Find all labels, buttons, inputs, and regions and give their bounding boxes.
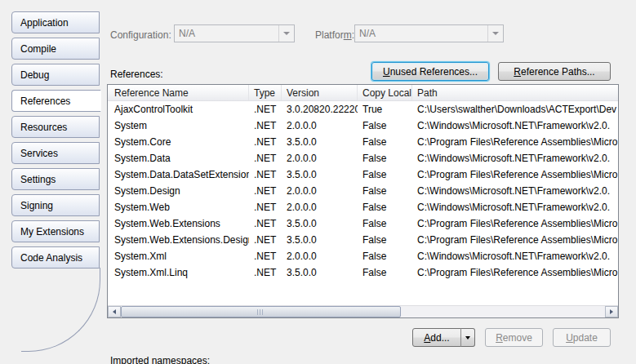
platform-value: N/A	[355, 28, 487, 39]
table-row[interactable]: System.Xml.Linq.NET3.5.0.0FalseC:\Progra…	[108, 264, 618, 281]
table-cell: 2.0.0.0	[282, 248, 358, 264]
table-row[interactable]: System.NET2.0.0.0FalseC:\Windows\Microso…	[108, 118, 618, 134]
table-cell: 3.5.0.0	[282, 215, 358, 232]
table-cell: 2.0.0.0	[282, 199, 358, 215]
table-cell: True	[358, 101, 412, 118]
table-cell: .NET	[249, 101, 282, 118]
table-cell: System.Xml	[108, 248, 249, 264]
table-cell: .NET	[249, 150, 282, 166]
sidebar-tab-label: Resources	[20, 122, 67, 133]
sidebar-tab-label: References	[20, 95, 70, 107]
scroll-right-button[interactable]	[605, 306, 618, 317]
table-cell: 3.5.0.0	[282, 232, 358, 248]
table-cell: System.Design	[108, 183, 249, 199]
sidebar-tab-my-extensions[interactable]: My Extensions	[11, 220, 100, 242]
table-body: AjaxControlToolkit.NET3.0.20820.22220Tru…	[108, 101, 618, 281]
table-cell: C:\Windows\Microsoft.NET\Framework\v2.0.	[412, 199, 618, 215]
table-cell: False	[358, 150, 412, 166]
table-cell: .NET	[249, 215, 282, 232]
table-cell: False	[358, 183, 412, 199]
table-cell: AjaxControlToolkit	[108, 101, 249, 118]
imported-namespaces-label: Imported namespaces:	[110, 355, 210, 364]
chevron-down-icon	[465, 336, 470, 340]
table-row[interactable]: System.Web.NET2.0.0.0FalseC:\Windows\Mic…	[108, 199, 618, 215]
table-cell: System	[108, 118, 249, 134]
add-reference-dropdown-button[interactable]	[460, 328, 475, 347]
table-cell: System.Web	[108, 199, 249, 215]
sidebar-tab-label: Debug	[20, 69, 49, 81]
column-header[interactable]: Version	[282, 85, 358, 100]
table-cell: System.Core	[108, 134, 249, 150]
add-reference-button[interactable]: Add...	[412, 328, 461, 347]
table-cell: System.Xml.Linq	[108, 264, 249, 281]
table-cell: System.Data	[108, 150, 249, 166]
sidebar-tab-code-analysis[interactable]: Code Analysis	[11, 246, 100, 269]
table-cell: C:\Program Files\Reference Assemblies\Mi…	[412, 232, 618, 248]
sidebar-tab-resources[interactable]: Resources	[11, 116, 100, 138]
table-cell: False	[358, 199, 412, 215]
references-table: Reference NameTypeVersionCopy LocalPath …	[107, 84, 619, 318]
sidebar-tab-compile[interactable]: Compile	[11, 38, 100, 60]
table-cell: 3.0.20820.22220	[282, 101, 358, 118]
table-row[interactable]: System.Core.NET3.5.0.0FalseC:\Program Fi…	[108, 134, 618, 150]
table-cell: .NET	[249, 183, 282, 199]
table-cell: C:\Program Files\Reference Assemblies\Mi…	[412, 264, 618, 281]
sidebar-tab-label: Application	[20, 17, 69, 29]
reference-paths-button[interactable]: Reference Paths...	[498, 62, 611, 81]
table-row[interactable]: System.Web.Extensions.NET3.5.0.0FalseC:\…	[108, 215, 618, 232]
sidebar-tab-services[interactable]: Services	[11, 142, 100, 164]
table-cell: .NET	[249, 134, 282, 150]
table-cell: 2.0.0.0	[282, 118, 358, 134]
references-label: References:	[110, 69, 163, 80]
chevron-down-icon	[487, 25, 503, 42]
table-cell: 2.0.0.0	[282, 183, 358, 199]
column-header[interactable]: Reference Name	[108, 85, 249, 100]
table-cell: C:\Program Files\Reference Assemblies\Mi…	[412, 134, 618, 150]
update-reference-button: Update	[553, 328, 611, 347]
table-cell: C:\Users\swalther\Downloads\ACTExport\De…	[412, 101, 618, 118]
remove-reference-button: Remove	[485, 328, 543, 347]
table-cell: System.Data.DataSetExtensions	[108, 166, 249, 183]
table-cell: False	[358, 232, 412, 248]
table-cell: 2.0.0.0	[282, 150, 358, 166]
table-cell: 3.5.0.0	[282, 264, 358, 281]
sidebar-tab-application[interactable]: Application	[11, 11, 100, 33]
column-header[interactable]: Type	[249, 85, 282, 100]
table-row[interactable]: System.Data.DataSetExtensions.NET3.5.0.0…	[108, 166, 618, 183]
table-cell: False	[358, 215, 412, 232]
horizontal-scrollbar[interactable]	[108, 305, 618, 317]
configuration-label: Configuration:	[110, 29, 171, 41]
table-cell: .NET	[249, 166, 282, 183]
scroll-left-button[interactable]	[108, 306, 121, 317]
arrow-right-icon	[610, 309, 613, 314]
project-properties-window: Application Compile Debug References Res…	[0, 0, 636, 364]
sidebar-tab-settings[interactable]: Settings	[11, 168, 100, 190]
table-cell: .NET	[249, 264, 282, 281]
sidebar-tab-debug[interactable]: Debug	[11, 64, 100, 86]
table-row[interactable]: System.Web.Extensions.Design.NET3.5.0.0F…	[108, 232, 618, 248]
table-cell: C:\Windows\Microsoft.NET\Framework\v2.0.	[412, 150, 618, 166]
table-cell: 3.5.0.0	[282, 134, 358, 150]
table-row[interactable]: System.Design.NET2.0.0.0FalseC:\Windows\…	[108, 183, 618, 199]
platform-dropdown: N/A	[354, 24, 504, 42]
scrollbar-track[interactable]	[121, 306, 605, 317]
table-row[interactable]: AjaxControlToolkit.NET3.0.20820.22220Tru…	[108, 101, 618, 118]
sidebar-tab-label: Compile	[20, 43, 56, 55]
table-header-row: Reference NameTypeVersionCopy LocalPath	[108, 85, 618, 101]
table-row[interactable]: System.Data.NET2.0.0.0FalseC:\Windows\Mi…	[108, 150, 618, 166]
sidebar-tab-signing[interactable]: Signing	[11, 194, 100, 216]
table-cell: C:\Program Files\Reference Assemblies\Mi…	[412, 215, 618, 232]
table-row[interactable]: System.Xml.NET2.0.0.0FalseC:\Windows\Mic…	[108, 248, 618, 264]
column-header[interactable]: Path	[412, 85, 618, 100]
platform-label: Platform:	[315, 29, 354, 41]
table-cell: C:\Windows\Microsoft.NET\Framework\v2.0.	[412, 118, 618, 134]
sidebar-tab-label: Signing	[20, 200, 53, 211]
sidebar-tabs: Application Compile Debug References Res…	[11, 11, 100, 273]
unused-references-button[interactable]: Unused References...	[371, 62, 489, 81]
column-header[interactable]: Copy Local	[358, 85, 412, 100]
table-cell: .NET	[249, 232, 282, 248]
table-cell: C:\Windows\Microsoft.NET\Framework\v2.0.	[412, 183, 618, 199]
scrollbar-thumb[interactable]	[121, 306, 401, 317]
sidebar-tab-references[interactable]: References	[11, 90, 101, 112]
table-cell: False	[358, 134, 412, 150]
